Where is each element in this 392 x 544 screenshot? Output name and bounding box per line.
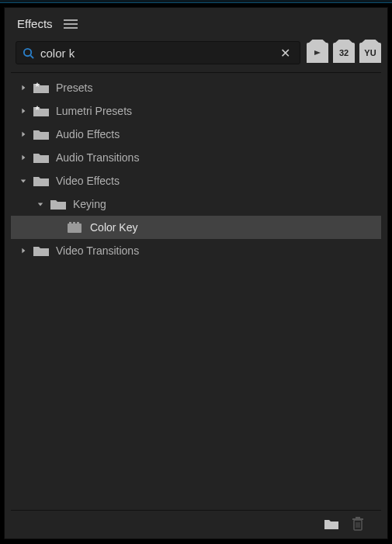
new-bin-button[interactable] (324, 517, 339, 531)
tree-item-label: Presets (56, 81, 92, 94)
search-input[interactable] (34, 47, 277, 60)
chevron-right-icon[interactable] (19, 246, 28, 255)
effects-tree: PresetsLumetri PresetsAudio EffectsAudio… (11, 72, 381, 511)
chevron-right-icon[interactable] (19, 83, 28, 92)
chevron-right-icon[interactable] (19, 106, 28, 116)
svg-marker-2 (314, 50, 321, 55)
search-row: ✕ 32 YU (5, 36, 387, 69)
effect-icon (67, 221, 84, 234)
delete-button[interactable] (350, 517, 366, 531)
svg-marker-8 (22, 155, 25, 160)
svg-rect-12 (68, 223, 82, 233)
svg-rect-18 (352, 518, 363, 520)
filter-buttons: 32 YU (307, 43, 381, 63)
folder-icon (33, 128, 50, 140)
folder-icon (33, 151, 50, 164)
clear-search-button[interactable]: ✕ (277, 46, 293, 61)
tree-item-label: Audio Transitions (56, 151, 139, 164)
svg-rect-13 (69, 222, 71, 223)
svg-marker-5 (22, 109, 25, 113)
tree-item-color-key[interactable]: Color Key (11, 216, 381, 239)
svg-marker-9 (21, 179, 26, 182)
tree-item-label: Lumetri Presets (56, 105, 132, 117)
folder-icon (33, 244, 50, 257)
svg-marker-10 (38, 203, 43, 206)
panel-menu-icon[interactable] (64, 19, 78, 29)
svg-rect-15 (77, 222, 79, 223)
panel-header: Effects (5, 8, 387, 36)
chevron-down-icon[interactable] (36, 199, 45, 209)
preset-folder-icon (33, 81, 50, 94)
svg-marker-16 (22, 248, 25, 253)
svg-rect-19 (356, 517, 360, 518)
tree-item-audio-transitions[interactable]: Audio Transitions (11, 146, 381, 169)
tree-item-label: Video Effects (56, 175, 120, 187)
accelerated-filter-button[interactable]: 32 (333, 43, 355, 63)
panel-title: Effects (17, 17, 53, 30)
bottom-toolbar (5, 511, 387, 539)
top-accent (0, 0, 392, 3)
svg-line-1 (30, 55, 33, 58)
svg-point-0 (24, 48, 31, 55)
chevron-right-icon[interactable] (19, 130, 28, 139)
preset-folder-icon (33, 105, 50, 117)
search-icon (23, 47, 34, 59)
chevron-right-icon[interactable] (19, 153, 28, 162)
svg-marker-3 (22, 85, 25, 90)
folder-icon (50, 198, 67, 210)
tree-item-video-effects[interactable]: Video Effects (11, 169, 381, 192)
yuv-filter-button[interactable]: YU (359, 43, 381, 63)
folder-icon (33, 175, 50, 187)
tree-item-label: Color Key (90, 221, 137, 234)
svg-marker-7 (22, 132, 25, 137)
tree-item-lumetri-presets[interactable]: Lumetri Presets (11, 99, 381, 123)
chevron-down-icon[interactable] (19, 176, 28, 185)
fx-filter-button[interactable] (307, 43, 328, 63)
tree-item-video-transitions[interactable]: Video Transitions (11, 239, 381, 262)
tree-item-label: Audio Effects (56, 128, 120, 140)
tree-item-presets[interactable]: Presets (11, 76, 381, 99)
tree-item-audio-effects[interactable]: Audio Effects (11, 123, 381, 146)
tree-item-keying[interactable]: Keying (11, 192, 381, 216)
svg-rect-14 (73, 222, 75, 223)
effects-panel: Effects ✕ 32 YU PresetsLumetri PresetsAu… (4, 7, 388, 539)
tree-item-label: Video Transitions (56, 244, 139, 257)
search-box: ✕ (16, 41, 300, 64)
tree-item-label: Keying (73, 198, 106, 210)
